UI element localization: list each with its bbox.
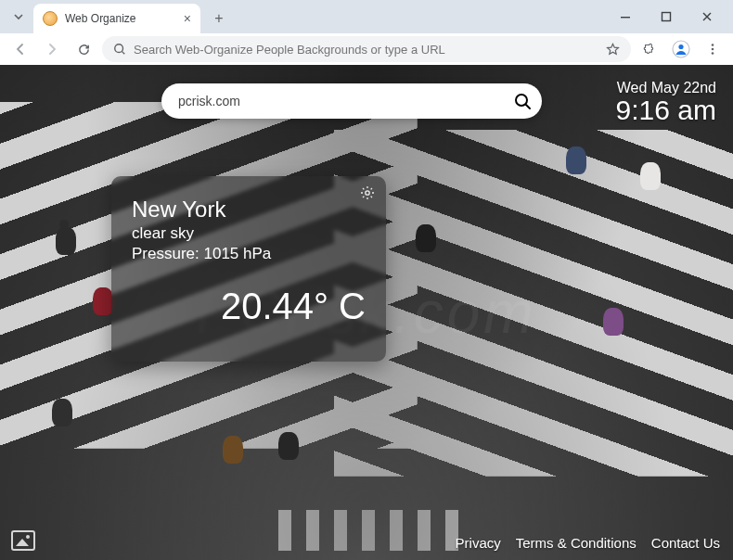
pedestrian — [416, 224, 436, 252]
tab-active[interactable]: Web Organize × — [33, 4, 200, 33]
magnifier-icon — [513, 92, 532, 110]
svg-point-2 — [115, 45, 123, 53]
menu-button[interactable] — [700, 36, 726, 62]
weather-pressure: Pressure: 1015 hPa — [132, 245, 366, 263]
svg-point-9 — [366, 191, 369, 195]
svg-rect-1 — [662, 13, 671, 21]
pedestrian — [93, 287, 113, 315]
weather-settings-button[interactable] — [360, 185, 375, 200]
omnibox-input[interactable] — [134, 43, 598, 57]
extensions-button[interactable] — [637, 36, 662, 62]
pedestrian — [56, 227, 76, 255]
minimize-icon — [620, 11, 631, 22]
tab-strip: Web Organize × + — [0, 0, 733, 33]
search-bar[interactable] — [161, 83, 542, 119]
newtab-content: PCrisk.com Wed May 22nd 9:16 am New York… — [0, 65, 733, 560]
datetime-widget: Wed May 22nd 9:16 am — [616, 80, 716, 126]
favicon-icon — [43, 11, 58, 26]
pedestrian — [566, 146, 586, 174]
toolbar — [0, 33, 733, 65]
weather-city: New York — [132, 197, 366, 223]
omnibox[interactable] — [102, 36, 631, 62]
svg-point-8 — [516, 95, 527, 106]
gear-icon — [360, 185, 375, 200]
maximize-button[interactable] — [648, 4, 685, 30]
profile-icon — [672, 40, 690, 58]
arrow-left-icon — [13, 42, 28, 57]
svg-rect-0 — [621, 17, 630, 18]
tab-title: Web Organize — [65, 12, 135, 25]
footer-privacy-link[interactable]: Privacy — [456, 535, 501, 551]
pedestrian — [278, 432, 299, 460]
window-controls — [607, 4, 726, 30]
time-text: 9:16 am — [616, 95, 716, 126]
change-wallpaper-button[interactable] — [11, 530, 35, 551]
pedestrian — [603, 308, 624, 336]
weather-card: New York clear sky Pressure: 1015 hPa 20… — [111, 176, 386, 362]
chevron-down-icon — [13, 11, 24, 22]
reload-button[interactable] — [71, 36, 96, 62]
arrow-right-icon — [45, 42, 59, 57]
new-tab-button[interactable]: + — [206, 6, 232, 32]
browser-chrome: Web Organize × + — [0, 0, 733, 65]
star-icon — [606, 43, 620, 57]
svg-point-7 — [712, 52, 714, 55]
pedestrian — [223, 436, 243, 464]
reload-icon — [77, 43, 91, 57]
maximize-icon — [661, 11, 672, 22]
kebab-icon — [706, 43, 719, 56]
footer-contact-link[interactable]: Contact Us — [651, 535, 720, 551]
footer-terms-link[interactable]: Terms & Conditions — [516, 535, 637, 551]
svg-point-6 — [712, 48, 714, 51]
puzzle-icon — [642, 42, 657, 57]
minimize-button[interactable] — [607, 4, 644, 30]
weather-temperature: 20.44° C — [132, 286, 366, 327]
bookmark-button[interactable] — [606, 43, 620, 57]
footer-links: Privacy Terms & Conditions Contact Us — [456, 535, 720, 551]
close-icon[interactable]: × — [184, 11, 191, 26]
back-button[interactable] — [7, 36, 33, 62]
pedestrian — [52, 399, 72, 426]
forward-button[interactable] — [39, 36, 65, 62]
search-button[interactable] — [508, 87, 536, 115]
pedestrian — [640, 162, 661, 190]
tab-search-button[interactable] — [7, 6, 30, 28]
close-window-button[interactable] — [688, 4, 726, 30]
close-icon — [701, 11, 713, 22]
search-input[interactable] — [178, 94, 508, 108]
svg-point-4 — [678, 45, 683, 49]
weather-condition: clear sky — [132, 224, 366, 243]
profile-button[interactable] — [668, 36, 694, 62]
svg-point-5 — [712, 44, 714, 46]
search-icon — [113, 43, 126, 56]
